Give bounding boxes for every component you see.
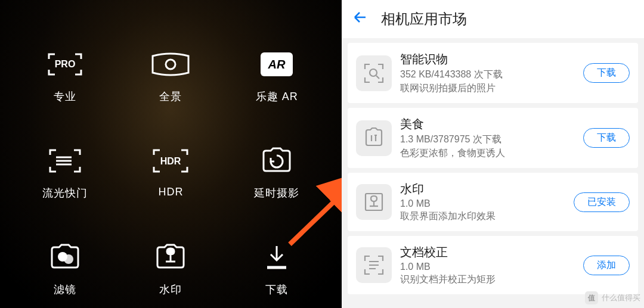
camera-app-market-panel: 相机应用市场 智能识物 352 KB/4143388 次下载 联网识别拍摄后的照… (342, 0, 644, 308)
app-desc: 取景界面添加水印效果 (400, 210, 565, 223)
camera-modes-panel: PRO 专业 全景 AR 乐趣 AR 流光快门 HDR H (0, 0, 342, 308)
panorama-icon (149, 48, 192, 81)
mode-label: 滤镜 (54, 282, 76, 297)
mode-label: 全景 (159, 89, 182, 104)
page-title: 相机应用市场 (381, 10, 467, 29)
app-desc: 识别文档并校正为矩形 (400, 273, 575, 286)
svg-text:HDR: HDR (160, 156, 181, 166)
mode-light-painting[interactable]: 流光快门 (24, 144, 106, 200)
document-icon (356, 247, 392, 283)
camera-modes-grid: PRO 专业 全景 AR 乐趣 AR 流光快门 HDR H (24, 48, 318, 284)
mode-label: 下载 (265, 282, 288, 297)
market-header: 相机应用市场 (342, 0, 644, 38)
watermark-badge-icon: 值 (585, 291, 598, 304)
mode-panorama[interactable]: 全景 (130, 48, 212, 104)
list-item: 文档校正 1.0 MB 识别文档并校正为矩形 添加 (348, 236, 638, 294)
app-meta: 1.3 MB/3787975 次下载 (400, 133, 575, 146)
list-item: 智能识物 352 KB/4143388 次下载 联网识别拍摄后的照片 下载 (348, 43, 638, 103)
list-item: 美食 1.3 MB/3787975 次下载 色彩更浓郁，食物更诱人 下载 (348, 108, 638, 168)
watermark-icon (154, 241, 187, 274)
scan-icon (356, 55, 392, 91)
installed-button[interactable]: 已安装 (574, 192, 630, 212)
mode-label: 乐趣 AR (256, 89, 298, 104)
svg-point-6 (64, 254, 73, 264)
download-button[interactable]: 下载 (583, 63, 630, 83)
mode-filter[interactable]: 滤镜 (24, 241, 106, 297)
mode-pro[interactable]: PRO 专业 (24, 48, 106, 104)
download-icon (264, 241, 290, 274)
site-watermark: 值 什么值得买 (585, 291, 640, 304)
app-meta: 352 KB/4143388 次下载 (400, 69, 575, 81)
app-meta: 1.0 MB (400, 198, 565, 209)
add-button[interactable]: 添加 (583, 256, 630, 275)
mode-timelapse[interactable]: 延时摄影 (236, 144, 318, 200)
filter-icon (48, 241, 82, 274)
mode-watermark[interactable]: 水印 (130, 241, 212, 297)
ar-icon: AR (259, 48, 295, 81)
mode-label: 专业 (54, 89, 76, 104)
mode-label: HDR (158, 186, 183, 198)
mode-hdr[interactable]: HDR HDR (130, 144, 212, 200)
pro-icon: PRO (47, 48, 83, 81)
mode-label: 水印 (159, 282, 182, 297)
back-icon[interactable] (352, 10, 368, 29)
market-list: 智能识物 352 KB/4143388 次下载 联网识别拍摄后的照片 下载 美食… (342, 38, 644, 308)
app-meta: 1.0 MB (400, 262, 575, 272)
stamp-icon (356, 184, 392, 220)
mode-ar[interactable]: AR 乐趣 AR (236, 48, 318, 104)
light-painting-icon (48, 144, 82, 178)
svg-point-8 (370, 69, 377, 76)
food-icon (356, 120, 392, 156)
watermark-text: 什么值得买 (602, 293, 640, 303)
app-name: 水印 (400, 181, 565, 197)
svg-text:PRO: PRO (54, 59, 75, 69)
svg-text:AR: AR (268, 58, 286, 71)
mode-label: 延时摄影 (254, 186, 299, 200)
app-desc: 色彩更浓郁，食物更诱人 (400, 147, 575, 160)
app-name: 智能识物 (400, 51, 575, 67)
svg-point-1 (166, 60, 175, 69)
hdr-icon: HDR (151, 144, 190, 178)
app-name: 美食 (400, 116, 575, 132)
list-item: 水印 1.0 MB 取景界面添加水印效果 已安装 (348, 173, 638, 231)
app-desc: 联网识别拍摄后的照片 (400, 82, 575, 95)
download-button[interactable]: 下载 (583, 128, 630, 148)
timelapse-icon (260, 144, 293, 178)
mode-label: 流光快门 (42, 186, 88, 200)
mode-download[interactable]: 下载 (236, 241, 318, 297)
app-name: 文档校正 (400, 244, 575, 260)
